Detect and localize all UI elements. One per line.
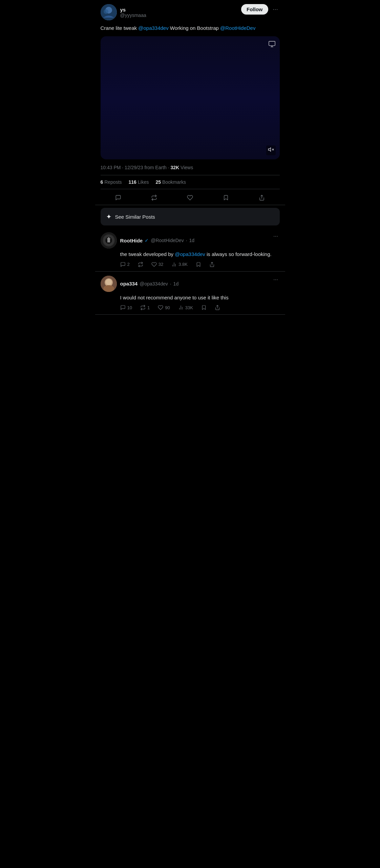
reply-share-button-opa334[interactable] [215, 305, 220, 310]
reply-age-roothide: 1d [189, 238, 195, 243]
reply-more-button-roothide[interactable] [272, 232, 280, 240]
mention-opa334dev[interactable]: @opa334dev [138, 25, 168, 31]
retweet-button[interactable] [148, 192, 160, 203]
reply-username-opa334: @opa334dev [140, 281, 168, 287]
svg-point-17 [275, 236, 276, 237]
reply-views-button-opa334[interactable]: 33K [178, 305, 193, 310]
reply-share-icon [209, 262, 215, 267]
main-tweet: ys @yyysmaaa Follow Crane lite tweak @op… [95, 0, 285, 205]
likes-stat[interactable]: 116 Likes [129, 179, 149, 185]
stats-row: 6 Reposts 116 Likes 25 Bookmarks [101, 175, 280, 189]
svg-marker-9 [268, 148, 271, 152]
reply-retweet-button-opa334[interactable]: 1 [140, 305, 150, 310]
reply-user-info-roothide: RootHide ✓ @RootHideDev · 1d [120, 238, 195, 243]
reply-like-icon [151, 262, 157, 267]
svg-point-25 [103, 285, 114, 292]
reposts-stat[interactable]: 6 Reposts [101, 179, 122, 185]
reply-views-count-opa334: 33K [185, 305, 193, 310]
reply-header-roothide: RootHide ✓ @RootHideDev · 1d [101, 232, 280, 249]
user-info: ys @yyysmaaa [120, 7, 146, 18]
reply-body-opa334: I would not recommend anyone to use it l… [120, 294, 280, 302]
follow-button[interactable]: Follow [241, 4, 268, 15]
reply-retweet-button-roothide[interactable] [138, 262, 143, 267]
bookmarks-stat[interactable]: 25 Bookmarks [155, 179, 186, 185]
reply-actions-roothide: 2 32 3.8K [120, 262, 280, 267]
bookmark-icon-opa334 [201, 305, 207, 310]
avatar-opa334[interactable] [101, 276, 117, 292]
reply-like-count-opa334: 90 [165, 305, 170, 310]
tweet-text-before-mention1: Crane lite tweak [101, 25, 139, 31]
bookmarks-count: 25 [155, 179, 161, 185]
see-similar-button[interactable]: ✦ See Similar Posts [101, 208, 280, 225]
username: @yyysmaaa [120, 13, 146, 18]
video-placeholder [101, 36, 280, 160]
reply-mention-opa334dev[interactable]: @opa334dev [175, 251, 205, 257]
reply-author-roothide: RootHide ✓ @RootHideDev · 1d [101, 232, 195, 249]
display-name: ys [120, 7, 146, 13]
media-container[interactable] [101, 36, 280, 160]
reply-button[interactable] [112, 192, 124, 203]
share-button[interactable] [256, 192, 268, 203]
like-icon-opa334 [158, 305, 163, 310]
timestamp: 10:43 PM · 12/29/23 from Earth · [101, 165, 171, 170]
reply-like-button-opa334[interactable]: 90 [158, 305, 170, 310]
reply-roothide: RootHide ✓ @RootHideDev · 1d the tweak d… [95, 228, 285, 272]
avatar[interactable] [101, 4, 117, 20]
bookmark-button[interactable] [220, 192, 232, 203]
reply-bookmark-button-opa334[interactable] [201, 305, 207, 310]
views-icon-opa334 [178, 305, 184, 310]
reposts-label: Reposts [104, 179, 122, 185]
svg-point-26 [106, 279, 112, 285]
reply-author-opa334: opa334 @opa334dev · 1d [101, 276, 179, 292]
bookmarks-label: Bookmarks [162, 179, 186, 185]
reply-actions-opa334: 10 1 90 33K [120, 305, 280, 310]
reply-age-opa334: 1d [173, 281, 179, 287]
reply-body-roothide: the tweak developed by @opa334dev is alw… [120, 251, 280, 258]
reply-like-count-roothide: 32 [159, 262, 163, 267]
reply-bookmark-button-roothide[interactable] [196, 262, 201, 267]
reply-reply-button-opa334[interactable]: 10 [120, 305, 132, 310]
avatar-roothide[interactable] [101, 232, 117, 249]
mention-roothidedev[interactable]: @RootHideDev [220, 25, 255, 31]
tweet-text-between: Working on Bootstrap [169, 25, 220, 31]
reply-bookmark-icon [196, 262, 201, 267]
mute-icon[interactable] [266, 145, 276, 155]
tweet-actions-header: Follow [241, 4, 280, 15]
more-options-button[interactable] [271, 5, 280, 14]
reply-display-name-opa334: opa334 [120, 281, 138, 287]
reply-share-button-roothide[interactable] [209, 262, 215, 267]
reply-views-button-roothide[interactable]: 3.8K [171, 262, 188, 267]
like-button[interactable] [184, 192, 196, 203]
share-icon-opa334 [215, 305, 220, 310]
tweet-actions [101, 189, 280, 205]
sparkle-icon: ✦ [106, 213, 112, 221]
reply-reply-count-opa334: 10 [127, 305, 132, 310]
svg-point-29 [277, 279, 277, 280]
likes-count: 116 [129, 179, 136, 185]
reply-time-roothide: · [186, 238, 187, 243]
svg-point-16 [274, 236, 274, 237]
reply-retweet-icon [138, 262, 143, 267]
bookmark-icon [223, 195, 229, 201]
reply-more-button-opa334[interactable] [272, 276, 280, 284]
tweet-header: ys @yyysmaaa Follow [101, 4, 280, 20]
reply-comment-icon [120, 262, 126, 267]
reply-header-opa334: opa334 @opa334dev · 1d [101, 276, 280, 292]
reposts-count: 6 [101, 179, 103, 185]
retweet-icon-opa334 [140, 305, 146, 310]
svg-point-2 [104, 9, 108, 14]
ellipsis-icon [272, 6, 278, 13]
reply-text-before-mention: the tweak developed by [120, 251, 175, 257]
reply-like-button-roothide[interactable]: 32 [151, 262, 163, 267]
reply-separator-opa334: · [170, 281, 171, 287]
svg-point-27 [274, 279, 274, 280]
ellipsis-icon-reply1 [273, 234, 278, 239]
share-icon [259, 195, 265, 201]
reply-views-icon [171, 262, 177, 267]
views-count: 32K [171, 165, 180, 170]
comment-icon-opa334 [120, 305, 126, 310]
svg-point-5 [277, 9, 277, 9]
reply-reply-button-roothide[interactable]: 2 [120, 262, 130, 267]
reply-repost-count-opa334: 1 [147, 305, 150, 310]
reply-icon [115, 195, 121, 201]
